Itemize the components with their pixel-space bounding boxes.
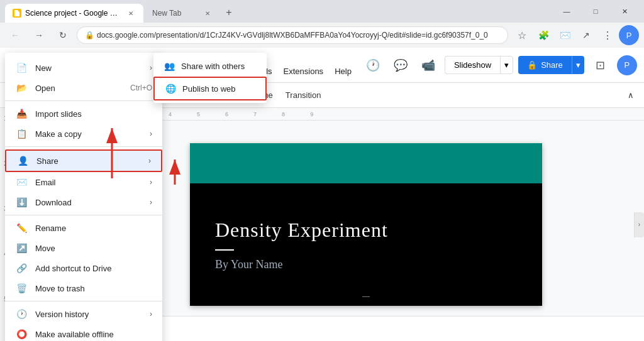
menu-import[interactable]: 📥 Import slides [5,104,162,124]
move-icon: ↗️ [15,242,28,254]
maximize-button[interactable]: □ [581,3,610,20]
slide-nav-indicator: — [362,292,370,301]
email-icon: ✉️ [15,176,28,188]
slide-canvas[interactable]: Density Experiment By Your Name — [190,143,542,306]
history-icon[interactable]: 🕐 [362,54,384,77]
rename-icon: ✏️ [15,222,28,234]
version-arrow: › [150,310,152,318]
menu-version-history[interactable]: 🕐 Version history › [5,304,162,324]
extension-icon-2[interactable]: ✉️ [555,25,575,45]
menu-section-3: 👤 Share › ✉️ Email › ⬇️ Download › [5,147,162,215]
publish-web-label: Publish to web [182,84,236,94]
share-button-group: 🔒 Share ▾ [518,56,584,74]
share-menu-icon: 👤 [16,154,29,167]
new-tab-button[interactable]: + [220,4,238,21]
extension-icon-1[interactable]: 🧩 [533,25,553,45]
close-window-button[interactable]: ✕ [610,3,639,20]
version-icon: 🕐 [15,308,28,320]
menu-rename[interactable]: ✏️ Rename [5,218,162,238]
new-arrow: › [150,63,152,72]
slide-title[interactable]: Density Experiment [215,219,517,242]
download-icon: ⬇️ [15,196,28,208]
menu-trash[interactable]: 🗑️ Move to trash [5,278,162,298]
close-new-tab-button[interactable]: ✕ [203,8,213,18]
menu-copy[interactable]: 📋 Make a copy › [5,124,162,144]
file-menu: 📄 New › 📂 Open Ctrl+O 📥 Import slides 📋 [5,53,162,341]
share-submenu: 👥 Share with others 🌐 Publish to web [153,53,267,103]
forward-button[interactable]: → [29,25,49,45]
lock-icon: 🔒 [527,60,537,70]
menu-add-shortcut[interactable]: 🔗 Add shortcut to Drive [5,258,162,278]
user-profile-avatar[interactable]: P [617,55,637,75]
email-label: Email [35,178,142,187]
download-arrow: › [150,198,152,207]
active-tab[interactable]: Science project - Google Slides ✕ [5,4,143,23]
offline-label: Make available offline [35,330,152,339]
menu-email[interactable]: ✉️ Email › [5,172,162,192]
close-tab-button[interactable]: ✕ [126,8,136,18]
inactive-tab[interactable]: New Tab ✕ [145,4,220,23]
more-icon[interactable]: ⋮ [597,25,618,45]
menu-download[interactable]: ⬇️ Download › [5,192,162,212]
menu-new[interactable]: 📄 New › [5,58,162,78]
offline-icon: ⭕ [15,328,28,340]
menu-extensions[interactable]: Extensions [279,64,329,78]
submenu-share-with-others[interactable]: 👥 Share with others [153,55,267,77]
share-with-others-label: Share with others [181,62,245,71]
slides-favicon [13,9,21,18]
inactive-tab-title: New Tab [152,9,199,18]
slide-canvas-wrapper: Density Experiment By Your Name — [88,121,644,316]
trash-icon: 🗑️ [15,282,28,295]
new-label: New [35,63,142,73]
app-area: Science project ★ ☁ 📁 File Edit View Ins… [0,48,644,341]
back-button[interactable]: ← [5,25,25,45]
slide-subtitle[interactable]: By Your Name [215,258,517,271]
menu-section-1: 📄 New › 📂 Open Ctrl+O [5,55,162,101]
rename-label: Rename [35,224,152,233]
share-dropdown-button[interactable]: ▾ [572,56,584,74]
expand-panel-button[interactable]: › [634,212,644,237]
shortcut-icon: 🔗 [15,262,28,274]
comments-icon[interactable]: 💬 [389,54,412,77]
open-icon: 📂 [15,82,28,94]
trash-label: Move to trash [35,284,152,293]
menu-offline[interactable]: ⭕ Make available offline [5,324,162,341]
copy-icon: 📋 [15,127,28,140]
meet-icon[interactable]: 📹 [417,54,440,77]
menu-share[interactable]: 👤 Share › [5,149,162,172]
slideshow-button-group: Slideshow ▾ [445,56,513,74]
user-avatar[interactable]: P [619,25,639,45]
share-main-button[interactable]: 🔒 Share [518,56,572,74]
import-icon: 📥 [15,107,28,120]
shortcut-label: Add shortcut to Drive [35,264,152,273]
bookmark-icon[interactable]: ☆ [512,25,532,45]
menu-open[interactable]: 📂 Open Ctrl+O [5,78,162,98]
browser-frame: Science project - Google Slides ✕ New Ta… [0,0,644,341]
email-arrow: › [150,178,152,187]
slide-divider [215,249,234,251]
address-bar-row: ← → ↻ 🔒 docs.google.com/presentation/d/1… [0,23,644,48]
slideshow-main-button[interactable]: Slideshow [445,56,500,74]
menu-section-5: 🕐 Version history › ⭕ Make available off… [5,301,162,341]
collapse-toolbar-button[interactable]: ∧ [623,87,639,104]
share-icon[interactable]: ↗ [576,25,596,45]
publish-web-icon: 🌐 [165,83,176,94]
copy-label: Make a copy [35,129,142,139]
open-label: Open [35,84,123,93]
menu-help[interactable]: Help [330,64,357,78]
active-tab-title: Science project - Google Slides [25,9,122,18]
import-label: Import slides [35,109,152,119]
transition-button[interactable]: Transition [280,87,326,104]
reload-button[interactable]: ↻ [53,25,73,45]
move-label: Move [35,244,152,253]
submenu-publish-web[interactable]: 🌐 Publish to web [153,77,267,100]
menu-move[interactable]: ↗️ Move [5,238,162,258]
minimize-button[interactable]: — [552,3,581,20]
slide-content-section: Density Experiment By Your Name [190,183,542,306]
new-icon: 📄 [15,62,28,74]
version-label: Version history [35,310,142,319]
expand-icon[interactable]: ⊡ [589,54,612,77]
address-input[interactable]: 🔒 docs.google.com/presentation/d/1CrJZ4K… [77,26,508,44]
share-menu-label: Share [36,156,141,166]
slideshow-dropdown-button[interactable]: ▾ [500,56,513,74]
